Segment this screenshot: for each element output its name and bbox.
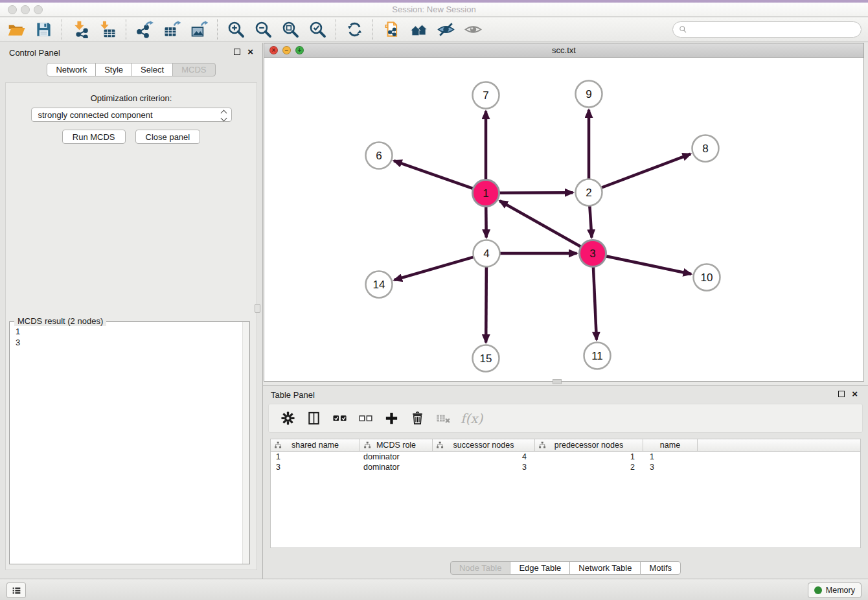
search-input[interactable] <box>691 25 855 34</box>
edge-1-4[interactable] <box>486 206 486 237</box>
edge-4-14[interactable] <box>394 257 474 281</box>
cell-predecessor-nodes[interactable]: 2 <box>535 462 643 472</box>
cell-mcds-role[interactable]: dominator <box>360 452 433 462</box>
column-header-shared-name[interactable]: shared name <box>271 439 360 451</box>
edge-3-10[interactable] <box>606 256 691 274</box>
run-mcds-button[interactable]: Run MCDS <box>62 130 126 144</box>
column-header-successor-nodes[interactable]: successor nodes <box>433 439 535 451</box>
network-window[interactable]: ×−+ scc.txt 1234678910111415 <box>264 43 864 382</box>
app-zoom-button[interactable] <box>34 5 43 14</box>
node-9[interactable]: 9 <box>576 81 602 108</box>
edge-2-8[interactable] <box>601 154 691 188</box>
edge-1-2[interactable] <box>499 192 573 193</box>
import-table-button[interactable] <box>94 19 121 41</box>
svg-text:9: 9 <box>586 88 591 100</box>
float-panel-icon[interactable] <box>234 49 240 55</box>
cell-shared-name[interactable]: 3 <box>271 462 360 472</box>
show-all-button[interactable] <box>459 19 486 41</box>
zoom-in-button[interactable] <box>222 19 249 41</box>
table-row[interactable]: 1dominator411 <box>271 452 860 462</box>
search-box[interactable] <box>672 21 862 38</box>
select-all-icon <box>332 411 347 426</box>
export-image-button[interactable] <box>185 19 212 41</box>
column-header-name[interactable]: name <box>643 439 698 451</box>
edge-3-11[interactable] <box>593 266 597 340</box>
app-close-button[interactable] <box>8 5 17 14</box>
float-panel-icon[interactable] <box>838 391 845 397</box>
edge-4-15[interactable] <box>486 266 486 342</box>
node-7[interactable]: 7 <box>473 82 499 109</box>
close-panel-icon[interactable]: × <box>852 391 858 397</box>
zoom-selected-button[interactable] <box>304 19 331 41</box>
tab-network-table[interactable]: Network Table <box>569 561 641 575</box>
column-header-predecessor-nodes[interactable]: predecessor nodes <box>535 439 643 451</box>
node-8[interactable]: 8 <box>692 135 719 162</box>
cell-shared-name[interactable]: 1 <box>271 452 360 462</box>
edge-2-3[interactable] <box>589 205 591 237</box>
zoom-fit-button[interactable] <box>277 19 304 41</box>
task-history-button[interactable] <box>6 583 26 598</box>
horizontal-splitter-handle[interactable] <box>553 379 562 384</box>
table-header-row: shared nameMCDS rolesuccessor nodesprede… <box>271 439 860 452</box>
toolbar-separator <box>126 19 126 40</box>
app-minimize-button[interactable] <box>21 5 30 14</box>
window-zoom-button[interactable]: + <box>295 46 304 54</box>
close-panel-icon[interactable]: × <box>247 49 253 55</box>
apply-function-icon: f(x) <box>461 411 483 426</box>
node-11[interactable]: 11 <box>584 343 611 369</box>
node-1[interactable]: 1 <box>473 180 499 207</box>
window-minimize-button[interactable]: − <box>282 46 291 54</box>
node-6[interactable]: 6 <box>366 143 393 169</box>
column-header-mcds-role[interactable]: MCDS role <box>360 439 433 451</box>
table-row[interactable]: 3dominator323 <box>271 462 860 472</box>
open-session-button[interactable] <box>3 19 30 41</box>
window-close-button[interactable]: × <box>269 46 278 54</box>
node-3[interactable]: 3 <box>580 240 606 267</box>
tab-select[interactable]: Select <box>131 63 173 76</box>
node-14[interactable]: 14 <box>366 271 393 298</box>
svg-text:2: 2 <box>586 187 591 199</box>
cell-successor-nodes[interactable]: 3 <box>433 462 535 472</box>
edge-3-1[interactable] <box>499 201 581 247</box>
settings-gear-button[interactable] <box>279 410 297 427</box>
tab-style[interactable]: Style <box>95 63 132 76</box>
node-10[interactable]: 10 <box>694 264 720 291</box>
delete-row-icon <box>410 411 425 426</box>
result-scrollbar[interactable] <box>242 322 249 564</box>
panel-splitter-handle[interactable] <box>255 304 260 313</box>
cell-name[interactable]: 1 <box>643 452 698 462</box>
save-session-button[interactable] <box>30 19 57 41</box>
optimization-criterion-select[interactable]: strongly connected component <box>31 108 232 122</box>
tab-edge-table[interactable]: Edge Table <box>510 561 570 575</box>
edge-1-6[interactable] <box>394 161 474 189</box>
export-network-button[interactable] <box>131 19 158 41</box>
network-graph[interactable]: 1234678910111415 <box>264 58 863 381</box>
zoom-out-button[interactable] <box>249 19 277 41</box>
deselect-all-button[interactable] <box>357 410 374 427</box>
network-window-titlebar[interactable]: ×−+ scc.txt <box>264 43 863 58</box>
add-row-button[interactable] <box>383 410 400 427</box>
node-4[interactable]: 4 <box>474 240 500 267</box>
hide-selected-button[interactable] <box>432 19 459 41</box>
tab-motifs[interactable]: Motifs <box>640 561 681 575</box>
cell-name[interactable]: 3 <box>643 462 698 472</box>
refresh-view-button[interactable] <box>341 19 368 41</box>
zoom-out-icon <box>255 21 272 38</box>
cell-predecessor-nodes[interactable]: 1 <box>535 452 643 462</box>
refresh-view-icon <box>346 21 363 38</box>
close-panel-button[interactable]: Close panel <box>135 130 201 144</box>
node-15[interactable]: 15 <box>473 345 499 372</box>
app-titlebar[interactable]: Session: New Session <box>0 3 868 17</box>
home-view-button[interactable] <box>405 19 432 41</box>
cell-mcds-role[interactable]: dominator <box>360 462 433 472</box>
node-2[interactable]: 2 <box>576 179 602 206</box>
column-layout-button[interactable] <box>305 410 323 427</box>
first-neighbors-button[interactable] <box>378 19 405 41</box>
delete-row-button[interactable] <box>409 410 426 427</box>
export-table-button[interactable] <box>158 19 185 41</box>
memory-button[interactable]: Memory <box>808 583 862 598</box>
select-all-button[interactable] <box>331 410 348 427</box>
tab-network[interactable]: Network <box>47 63 96 76</box>
cell-successor-nodes[interactable]: 4 <box>433 452 535 462</box>
import-network-button[interactable] <box>67 19 94 41</box>
